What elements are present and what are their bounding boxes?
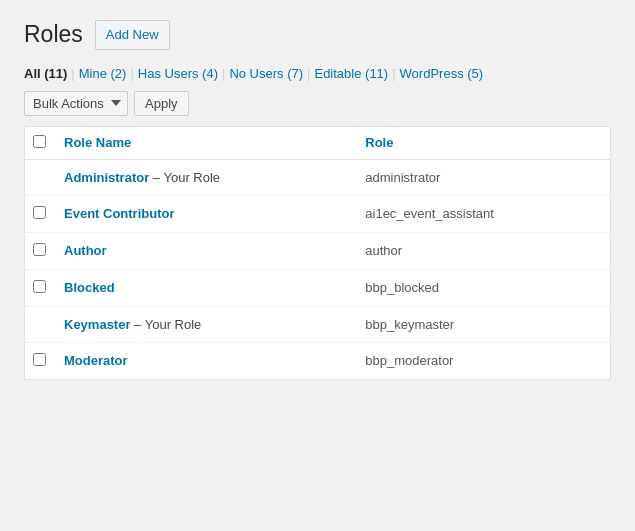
page-title: Roles	[24, 21, 83, 48]
filter-link-editable[interactable]: Editable (11)	[314, 66, 388, 81]
role-name-link-6[interactable]: Moderator	[64, 353, 128, 368]
filter-link-mine[interactable]: Mine (2)	[79, 66, 127, 81]
column-header-role-name: Role Name	[54, 126, 355, 159]
filter-link-wordpress[interactable]: WordPress (5)	[400, 66, 484, 81]
column-header-role: Role	[355, 126, 610, 159]
filter-links: All (11)|Mine (2)|Has Users (4)|No Users…	[24, 66, 611, 81]
filter-link-has-users[interactable]: Has Users (4)	[138, 66, 218, 81]
table-row: Administrator – Your Roleadministrator	[25, 159, 611, 195]
role-slug-5: bbp_keymaster	[355, 306, 610, 342]
add-new-button[interactable]: Add New	[95, 20, 170, 50]
table-row: Moderatorbbp_moderator	[25, 342, 611, 379]
sort-role-name[interactable]: Role Name	[64, 135, 131, 150]
filter-link-no-users[interactable]: No Users (7)	[229, 66, 303, 81]
role-slug-1: administrator	[355, 159, 610, 195]
role-suffix-5: – Your Role	[131, 317, 202, 332]
role-name-link-4[interactable]: Blocked	[64, 280, 115, 295]
role-name-link-3[interactable]: Author	[64, 243, 107, 258]
row-checkbox-4[interactable]	[33, 280, 46, 293]
role-name-link-5[interactable]: Keymaster	[64, 317, 131, 332]
apply-button[interactable]: Apply	[134, 91, 189, 116]
select-all-header[interactable]	[25, 126, 55, 159]
role-slug-4: bbp_blocked	[355, 269, 610, 306]
table-row: Authorauthor	[25, 232, 611, 269]
roles-table: Role Name Role Administrator – Your Role…	[24, 126, 611, 380]
row-checkbox-3[interactable]	[33, 243, 46, 256]
filter-link-all[interactable]: All (11)	[24, 66, 67, 81]
table-row: Blockedbbp_blocked	[25, 269, 611, 306]
role-name-link-1[interactable]: Administrator	[64, 170, 149, 185]
table-row: Event Contributorai1ec_event_assistant	[25, 195, 611, 232]
select-all-checkbox[interactable]	[33, 135, 46, 148]
row-checkbox-6[interactable]	[33, 353, 46, 366]
row-checkbox-2[interactable]	[33, 206, 46, 219]
role-suffix-1: – Your Role	[149, 170, 220, 185]
sort-role[interactable]: Role	[365, 135, 393, 150]
role-slug-3: author	[355, 232, 610, 269]
bulk-actions-select[interactable]: Bulk Actions Delete	[24, 91, 128, 116]
role-slug-6: bbp_moderator	[355, 342, 610, 379]
table-row: Keymaster – Your Rolebbp_keymaster	[25, 306, 611, 342]
role-slug-2: ai1ec_event_assistant	[355, 195, 610, 232]
role-name-link-2[interactable]: Event Contributor	[64, 206, 175, 221]
